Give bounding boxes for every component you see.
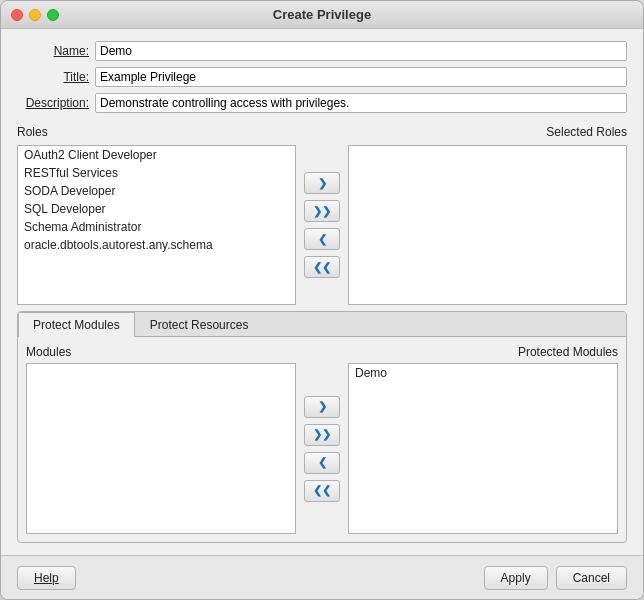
roles-transfer-buttons: ❯ ❯❯ ❮ ❮❮ <box>296 172 348 278</box>
name-label: Name: <box>17 44 89 58</box>
name-row: Name: <box>17 41 627 61</box>
modules-transfer-buttons: ❯ ❯❯ ❮ ❮❮ <box>296 396 348 502</box>
double-chevron-left-icon: ❮❮ <box>313 484 331 497</box>
description-row: Description: <box>17 93 627 113</box>
minimize-button[interactable] <box>29 9 41 21</box>
move-right-all-button[interactable]: ❯❯ <box>304 200 340 222</box>
move-right-button[interactable]: ❯ <box>304 172 340 194</box>
name-input[interactable] <box>95 41 627 61</box>
chevron-left-icon: ❮ <box>318 456 327 469</box>
module-move-right-all-button[interactable]: ❯❯ <box>304 424 340 446</box>
list-item[interactable]: RESTful Services <box>18 164 295 182</box>
tab-protect-resources[interactable]: Protect Resources <box>135 312 264 337</box>
tab-content: Modules Protected Modules ❯ ❯❯ ❮ <box>18 337 626 542</box>
chevron-left-icon: ❮ <box>318 233 327 246</box>
list-item[interactable]: OAuth2 Client Developer <box>18 146 295 164</box>
cancel-button[interactable]: Cancel <box>556 566 627 590</box>
window-title: Create Privilege <box>273 7 371 22</box>
description-input[interactable] <box>95 93 627 113</box>
title-input[interactable] <box>95 67 627 87</box>
modules-list[interactable] <box>26 363 296 534</box>
list-item[interactable]: Demo <box>349 364 617 382</box>
tabs-section: Protect Modules Protect Resources Module… <box>17 311 627 543</box>
list-item[interactable]: SQL Developer <box>18 200 295 218</box>
roles-label: Roles <box>17 125 48 139</box>
description-label: Description: <box>17 96 89 110</box>
list-item[interactable]: oracle.dbtools.autorest.any.schema <box>18 236 295 254</box>
selected-roles-list[interactable] <box>348 145 627 305</box>
traffic-lights <box>11 9 59 21</box>
footer: Help Apply Cancel <box>1 555 643 599</box>
title-label: Title: <box>17 70 89 84</box>
roles-list[interactable]: OAuth2 Client Developer RESTful Services… <box>17 145 296 305</box>
create-privilege-window: Create Privilege Name: Title: Descriptio… <box>0 0 644 600</box>
tab-protect-modules[interactable]: Protect Modules <box>18 312 135 337</box>
modules-area: ❯ ❯❯ ❮ ❮❮ Demo <box>26 363 618 534</box>
title-bar: Create Privilege <box>1 1 643 29</box>
selected-roles-label: Selected Roles <box>546 125 627 139</box>
double-chevron-left-icon: ❮❮ <box>313 261 331 274</box>
title-row: Title: <box>17 67 627 87</box>
protected-modules-label: Protected Modules <box>518 345 618 359</box>
roles-area: OAuth2 Client Developer RESTful Services… <box>17 145 627 305</box>
list-item[interactable]: Schema Administrator <box>18 218 295 236</box>
double-chevron-right-icon: ❯❯ <box>313 205 331 218</box>
roles-header: Roles Selected Roles <box>17 125 627 139</box>
apply-button[interactable]: Apply <box>484 566 548 590</box>
chevron-right-icon: ❯ <box>318 400 327 413</box>
chevron-right-icon: ❯ <box>318 177 327 190</box>
content-area: Name: Title: Description: Roles Selected… <box>1 29 643 555</box>
list-item[interactable]: SODA Developer <box>18 182 295 200</box>
module-move-left-button[interactable]: ❮ <box>304 452 340 474</box>
close-button[interactable] <box>11 9 23 21</box>
tab-bar: Protect Modules Protect Resources <box>18 312 626 337</box>
double-chevron-right-icon: ❯❯ <box>313 428 331 441</box>
help-button[interactable]: Help <box>17 566 76 590</box>
move-left-all-button[interactable]: ❮❮ <box>304 256 340 278</box>
modules-label: Modules <box>26 345 71 359</box>
module-move-left-all-button[interactable]: ❮❮ <box>304 480 340 502</box>
move-left-button[interactable]: ❮ <box>304 228 340 250</box>
protected-modules-list[interactable]: Demo <box>348 363 618 534</box>
maximize-button[interactable] <box>47 9 59 21</box>
module-move-right-button[interactable]: ❯ <box>304 396 340 418</box>
footer-right: Apply Cancel <box>484 566 627 590</box>
modules-header: Modules Protected Modules <box>26 345 618 359</box>
